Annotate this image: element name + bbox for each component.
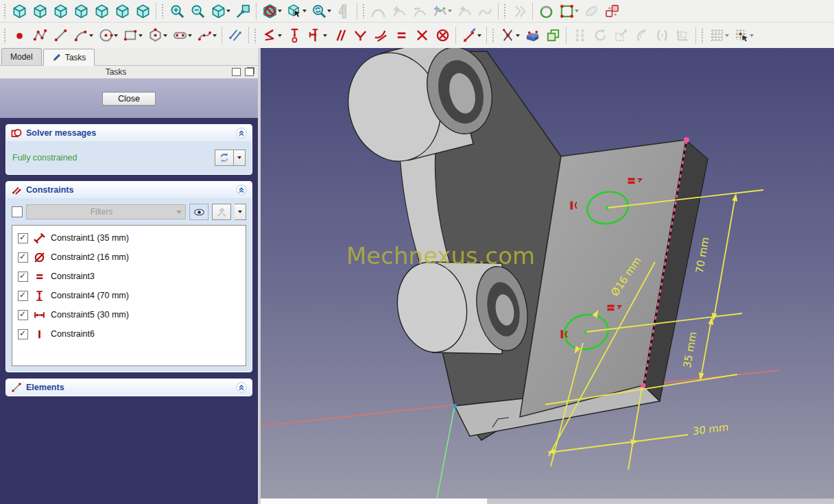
constrain-parallel-icon[interactable]: [329, 26, 350, 45]
constrain-lock-icon[interactable]: [497, 26, 518, 45]
dimension-label-30mm[interactable]: 30 mm: [693, 421, 729, 438]
constraint-row[interactable]: Constraint3: [12, 267, 246, 286]
constraint-settings-button[interactable]: [212, 204, 231, 220]
dropdown-arrow[interactable]: [725, 34, 729, 37]
auto-update-dropdown[interactable]: [234, 149, 246, 166]
dropdown-arrow[interactable]: [163, 34, 167, 37]
select-conflicting-icon[interactable]: [569, 26, 590, 45]
constrain-block-icon[interactable]: [432, 26, 453, 45]
dropdown-arrow[interactable]: [516, 34, 520, 37]
filter-checkbox[interactable]: [12, 206, 23, 217]
constraint-row[interactable]: Constraint5 (30 mm): [12, 305, 246, 324]
offset-icon[interactable]: [631, 26, 652, 45]
create-arc-icon[interactable]: [71, 26, 91, 45]
constrain-point-on-object-icon[interactable]: [284, 26, 305, 45]
toolbar-handle[interactable]: [492, 28, 495, 43]
toolbar-handle[interactable]: [701, 28, 704, 43]
bspline-knot-multiplicity-icon[interactable]: [429, 2, 450, 21]
filters-dropdown[interactable]: Filters: [26, 204, 186, 219]
toolbar-handle[interactable]: [3, 3, 7, 19]
dimension-line-30mm[interactable]: [549, 435, 688, 453]
toolbar-handle[interactable]: [161, 3, 165, 19]
collapse-icon[interactable]: [236, 184, 247, 195]
tab-model[interactable]: Model: [1, 48, 42, 65]
copy-sketch-geometry-icon[interactable]: [601, 2, 622, 21]
dropdown-arrow[interactable]: [226, 10, 230, 12]
toggle-snap-icon[interactable]: [731, 26, 752, 45]
bspline-increase-degree-icon[interactable]: [388, 2, 409, 21]
sketch-origin-point[interactable]: [453, 404, 457, 408]
dropdown-arrow[interactable]: [278, 34, 282, 37]
tab-tasks[interactable]: Tasks: [43, 49, 95, 66]
collapse-icon[interactable]: [236, 128, 247, 139]
zoom-out-icon[interactable]: [187, 2, 208, 21]
constrain-symmetric-icon[interactable]: [412, 26, 432, 45]
collapse-icon[interactable]: [236, 382, 247, 393]
close-button[interactable]: Close: [102, 92, 156, 106]
rotate-icon[interactable]: [590, 26, 610, 45]
create-periodic-bspline-icon[interactable]: [536, 2, 556, 21]
symmetry-icon[interactable]: [652, 26, 672, 45]
dropdown-arrow[interactable]: [213, 34, 217, 37]
float-panel-icon[interactable]: [245, 68, 254, 76]
fit-all-icon[interactable]: [208, 2, 228, 21]
constraint-row[interactable]: Constraint6: [12, 324, 246, 344]
constraint-row[interactable]: Constraint2 (16 mm): [12, 248, 246, 267]
bspline-information-icon[interactable]: [368, 2, 388, 21]
solver-messages-header[interactable]: Solver messages: [6, 125, 252, 141]
create-line-icon[interactable]: [50, 26, 71, 45]
bspline-join-curves-icon[interactable]: [475, 2, 495, 21]
constraint-settings-dropdown[interactable]: [235, 204, 246, 220]
3d-viewport[interactable]: Mechnexus.com: [261, 48, 834, 499]
toolbar-handle[interactable]: [362, 3, 366, 19]
dimension-line-70mm[interactable]: [714, 197, 735, 317]
sketch-vertex[interactable]: [684, 137, 689, 143]
bspline-insert-knot-icon[interactable]: [454, 2, 475, 21]
create-slot-icon[interactable]: [169, 26, 190, 45]
dropdown-arrow[interactable]: [575, 10, 579, 12]
constrain-dimension-icon[interactable]: [459, 26, 479, 45]
toolbar-handle[interactable]: [3, 28, 7, 43]
create-rectangle-icon[interactable]: [120, 26, 141, 45]
auto-update-button[interactable]: [215, 149, 234, 166]
clone-icon[interactable]: [543, 26, 563, 45]
dimension-line-35mm[interactable]: [701, 320, 711, 377]
create-bspline-icon[interactable]: [194, 26, 215, 45]
axonometric-view-icon[interactable]: [9, 2, 29, 21]
zoom-refresh-icon[interactable]: [309, 2, 329, 21]
bottom-view-icon[interactable]: [112, 2, 132, 21]
check-icon[interactable]: [18, 272, 28, 282]
dropdown-arrow[interactable]: [750, 34, 754, 37]
dimension-label-70mm[interactable]: 70 mm: [693, 236, 712, 274]
front-view-icon[interactable]: [29, 2, 50, 21]
dropdown-arrow[interactable]: [323, 34, 327, 37]
toolbar-handle[interactable]: [503, 3, 507, 19]
check-icon[interactable]: [18, 310, 28, 320]
bspline-decrease-degree-icon[interactable]: [409, 2, 429, 21]
dropdown-arrow[interactable]: [327, 10, 331, 12]
dock-panel-icon[interactable]: [232, 68, 241, 76]
constrain-perpendicular-icon[interactable]: [350, 26, 370, 45]
constraint-row[interactable]: Constraint4 (70 mm): [12, 286, 246, 305]
create-polygon-icon[interactable]: [556, 2, 577, 21]
create-ellipse-icon[interactable]: [581, 2, 601, 21]
dropdown-arrow[interactable]: [139, 34, 143, 37]
box-selection-icon[interactable]: [284, 2, 305, 21]
check-icon[interactable]: [18, 329, 28, 339]
fit-selection-icon[interactable]: [233, 2, 253, 21]
constrain-equal-icon[interactable]: [391, 26, 412, 45]
dropdown-arrow[interactable]: [188, 34, 192, 37]
show-hide-constraints-button[interactable]: [189, 204, 208, 220]
rear-view-icon[interactable]: [91, 2, 112, 21]
dropdown-arrow[interactable]: [114, 34, 118, 37]
constraints-header[interactable]: Constraints: [6, 182, 252, 198]
measure-icon[interactable]: [333, 2, 354, 21]
dropdown-arrow[interactable]: [477, 34, 481, 37]
left-view-icon[interactable]: [132, 2, 153, 21]
constraint-row[interactable]: Constraint1 (35 mm): [12, 228, 246, 248]
scale-icon[interactable]: [610, 26, 631, 45]
elements-header[interactable]: Elements: [6, 379, 252, 396]
check-icon[interactable]: [18, 233, 28, 243]
dimension-label-35mm[interactable]: 35 mm: [681, 331, 700, 368]
toggle-driving-constraint-icon[interactable]: [522, 26, 543, 45]
